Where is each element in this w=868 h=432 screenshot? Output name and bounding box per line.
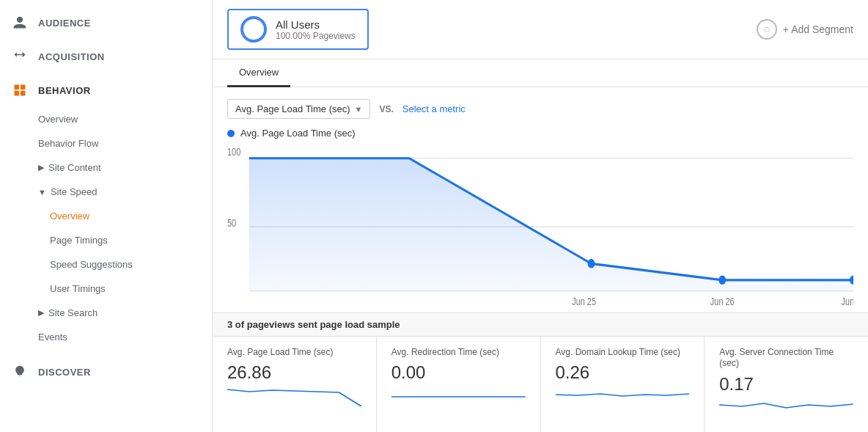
segment-circle — [240, 16, 267, 43]
chevron-right-icon-2: ▶ — [38, 308, 44, 318]
sidebar: AUDIENCE ACQUISITION BEHAVIOR Overview B… — [0, 0, 213, 432]
sidebar-item-acquisition[interactable]: ACQUISITION — [0, 40, 212, 73]
stats-banner: 3 of pageviews sent page load sample — [213, 312, 868, 336]
stat-value-2: 0.26 — [556, 362, 690, 383]
svg-text:Jun 26: Jun 26 — [710, 296, 735, 307]
svg-rect-0 — [15, 85, 20, 90]
svg-rect-3 — [21, 91, 26, 96]
stat-card-1: Avg. Redirection Time (sec) 0.00 — [377, 337, 541, 432]
tabs: Overview — [213, 59, 868, 87]
segment-info: All Users 100.00% Pageviews — [276, 18, 356, 41]
main-content: All Users 100.00% Pageviews ○ + Add Segm… — [213, 0, 868, 432]
tab-overview[interactable]: Overview — [227, 59, 290, 87]
chart-section: Avg. Page Load Time (sec) ▼ VS. Select a… — [213, 87, 868, 312]
person-icon — [12, 15, 28, 31]
discover-label: DISCOVER — [38, 367, 91, 378]
svg-text:Jun 27: Jun 27 — [842, 296, 853, 307]
svg-rect-1 — [21, 85, 26, 90]
chevron-down-icon: ▼ — [38, 188, 46, 197]
vs-text: VS. — [379, 104, 393, 114]
stat-card-2: Avg. Domain Lookup Time (sec) 0.26 — [541, 337, 705, 432]
sidebar-item-user-timings[interactable]: User Timings — [0, 277, 212, 301]
svg-text:50: 50 — [227, 218, 236, 229]
stat-label-0: Avg. Page Load Time (sec) — [227, 347, 361, 359]
grid-icon — [12, 82, 28, 98]
segment-bar: All Users 100.00% Pageviews ○ + Add Segm… — [213, 0, 868, 59]
add-segment-label: + Add Segment — [783, 23, 853, 35]
dropdown-chevron-icon: ▼ — [355, 105, 363, 114]
sidebar-item-audience[interactable]: AUDIENCE — [0, 6, 212, 40]
stat-label-1: Avg. Redirection Time (sec) — [391, 347, 526, 359]
add-segment-icon: ○ — [757, 19, 777, 40]
stats-cards: Avg. Page Load Time (sec) 26.86 Avg. Red… — [213, 336, 868, 432]
fork-icon — [12, 48, 28, 65]
mini-chart-1 — [391, 386, 526, 408]
sidebar-item-speed-suggestions[interactable]: Speed Suggestions — [0, 252, 212, 277]
chart-container: 100 50 — [227, 144, 853, 310]
metric-dropdown[interactable]: Avg. Page Load Time (sec) ▼ — [227, 99, 370, 119]
segment-chip[interactable]: All Users 100.00% Pageviews — [227, 9, 369, 50]
sidebar-item-site-content[interactable]: ▶ Site Content — [0, 155, 212, 180]
audience-label: AUDIENCE — [38, 18, 91, 29]
sidebar-item-page-timings[interactable]: Page Timings — [0, 228, 212, 252]
add-segment-button[interactable]: ○ + Add Segment — [757, 19, 853, 40]
metric-controls: Avg. Page Load Time (sec) ▼ VS. Select a… — [227, 99, 853, 119]
stat-label-2: Avg. Domain Lookup Time (sec) — [556, 347, 690, 359]
sidebar-item-speed-overview[interactable]: Overview — [0, 204, 212, 228]
chart-legend-label: Avg. Page Load Time (sec) — [240, 128, 356, 139]
svg-text:Jun 25: Jun 25 — [572, 296, 596, 307]
segment-sub: 100.00% Pageviews — [276, 31, 356, 41]
chart-legend: Avg. Page Load Time (sec) — [227, 128, 853, 139]
mini-chart-3 — [719, 398, 853, 420]
select-metric-link[interactable]: Select a metric — [402, 103, 466, 114]
sidebar-item-behavior-flow[interactable]: Behavior Flow — [0, 131, 212, 155]
metric-dropdown-label: Avg. Page Load Time (sec) — [235, 103, 350, 114]
stat-card-0: Avg. Page Load Time (sec) 26.86 — [213, 337, 377, 432]
sidebar-item-site-search[interactable]: ▶ Site Search — [0, 301, 212, 325]
svg-text:100: 100 — [227, 147, 240, 158]
sidebar-item-site-speed[interactable]: ▼ Site Speed — [0, 180, 212, 204]
mini-chart-0 — [227, 386, 361, 408]
chart-svg: 100 50 — [227, 144, 853, 310]
bulb-icon — [12, 364, 28, 380]
chevron-right-icon: ▶ — [38, 163, 44, 172]
stat-card-3: Avg. Server Connection Time (sec) 0.17 — [705, 337, 868, 432]
stat-value-3: 0.17 — [719, 374, 853, 395]
sidebar-item-discover[interactable]: DISCOVER — [0, 355, 212, 389]
stat-label-3: Avg. Server Connection Time (sec) — [719, 347, 853, 370]
stat-value-0: 26.86 — [227, 362, 361, 383]
svg-point-9 — [588, 259, 595, 268]
acquisition-label: ACQUISITION — [38, 51, 105, 62]
svg-point-10 — [718, 276, 726, 285]
segment-name: All Users — [276, 18, 356, 31]
mini-chart-2 — [556, 386, 690, 408]
behavior-label: BEHAVIOR — [38, 85, 91, 96]
sidebar-item-events[interactable]: Events — [0, 325, 212, 349]
svg-rect-2 — [15, 91, 20, 96]
chart-dot — [227, 130, 235, 137]
sidebar-item-behavior[interactable]: BEHAVIOR — [0, 73, 212, 107]
stat-value-1: 0.00 — [391, 362, 526, 383]
sidebar-item-overview[interactable]: Overview — [0, 107, 212, 131]
